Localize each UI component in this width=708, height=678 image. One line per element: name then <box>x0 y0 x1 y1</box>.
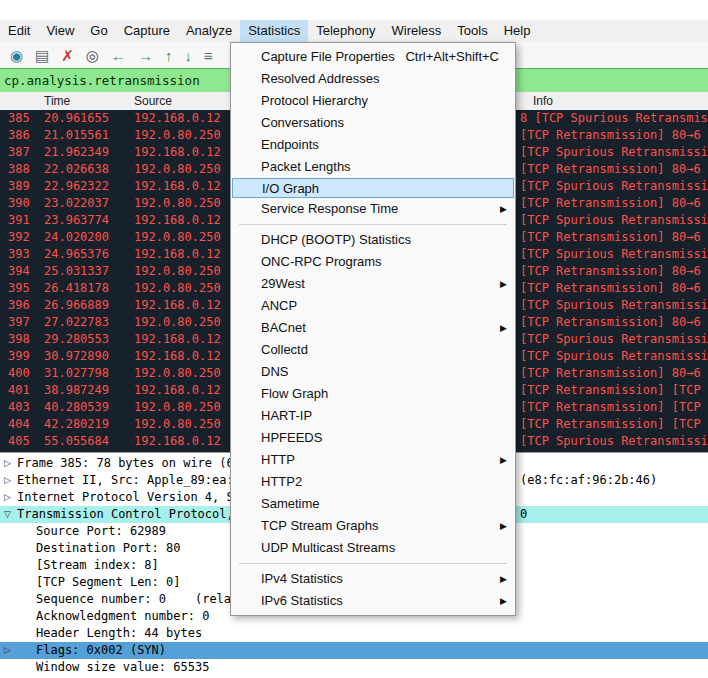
open-capture-icon[interactable]: ▤ <box>35 48 49 63</box>
packet-time: 27.022783 <box>44 314 109 331</box>
column-header-source[interactable]: Source <box>134 92 172 110</box>
menu-item-label: I/O Graph <box>262 181 319 196</box>
column-header-info[interactable]: Info <box>533 92 553 110</box>
menu-item-29west[interactable]: 29West▶ <box>231 273 515 295</box>
detail-line[interactable]: Window size value: 65535 <box>0 659 708 676</box>
menubar-item-capture[interactable]: Capture <box>116 20 178 42</box>
packet-no: 390 <box>8 195 30 212</box>
capture-options-icon[interactable]: ◉ <box>10 48 23 63</box>
menubar-item-telephony[interactable]: Telephony <box>308 20 383 42</box>
statistics-menu: Capture File PropertiesCtrl+Alt+Shift+CR… <box>230 42 516 616</box>
packet-time: 38.987249 <box>44 382 109 399</box>
detail-text: Internet Protocol Version 4, Src: <box>17 489 263 506</box>
packet-info: [TCP Retransmission] [TCP <box>520 382 708 399</box>
menu-item-packet-lengths[interactable]: Packet Lengths <box>231 156 515 178</box>
detail-line[interactable]: ▷Flags: 0x002 (SYN) <box>0 642 708 659</box>
find-packet-icon[interactable]: ◎ <box>86 48 99 63</box>
packet-source: 192.168.0.12 <box>134 212 221 229</box>
close-capture-icon[interactable]: ✗ <box>61 48 74 63</box>
packet-info: [TCP Retransmission] 80→6 <box>520 280 708 297</box>
menu-item-label: IPv4 Statistics <box>261 571 343 586</box>
expand-closed-icon[interactable]: ▷ <box>4 489 11 506</box>
menu-item-ancp[interactable]: ANCP <box>231 295 515 317</box>
packet-no: 399 <box>8 348 30 365</box>
menu-item-endpoints[interactable]: Endpoints <box>231 134 515 156</box>
packet-no: 405 <box>8 433 30 450</box>
packet-info: [TCP Retransmission] 80→6 <box>520 195 708 212</box>
menu-item-label: TCP Stream Graphs <box>261 518 379 533</box>
menubar-item-view[interactable]: View <box>38 20 82 42</box>
menu-item-http[interactable]: HTTP▶ <box>231 449 515 471</box>
go-top-icon[interactable]: ↑ <box>165 48 173 63</box>
menu-item-label: ONC-RPC Programs <box>261 254 382 269</box>
menu-item-hpfeeds[interactable]: HPFEEDS <box>231 427 515 449</box>
expand-closed-icon[interactable]: ▷ <box>4 455 11 472</box>
menu-item-dhcp-bootp-statistics[interactable]: DHCP (BOOTP) Statistics <box>231 229 515 251</box>
menu-item-dns[interactable]: DNS <box>231 361 515 383</box>
expand-closed-icon[interactable]: ▷ <box>4 642 11 659</box>
menu-item-conversations[interactable]: Conversations <box>231 112 515 134</box>
menu-item-onc-rpc-programs[interactable]: ONC-RPC Programs <box>231 251 515 273</box>
go-back-icon[interactable]: ← <box>111 48 126 63</box>
detail-text: [Stream index: 8] <box>36 557 159 574</box>
submenu-arrow-icon: ▶ <box>500 515 507 537</box>
menu-item-hart-ip[interactable]: HART-IP <box>231 405 515 427</box>
menubar-item-analyze[interactable]: Analyze <box>178 20 240 42</box>
menu-item-bacnet[interactable]: BACnet▶ <box>231 317 515 339</box>
packet-info: [TCP Retransmission] 80→6 <box>520 314 708 331</box>
menu-item-label: Conversations <box>261 115 344 130</box>
packet-source: 192.168.0.12 <box>134 110 221 127</box>
submenu-arrow-icon: ▶ <box>500 449 507 471</box>
menu-item-label: HTTP2 <box>261 474 302 489</box>
menu-item-label: Resolved Addresses <box>261 71 380 86</box>
detail-text: Sequence number: 0 (relative <box>36 591 260 608</box>
packet-info: 8 [TCP Spurious Retransmissi <box>520 110 708 127</box>
auto-scroll-icon[interactable]: ≡ <box>204 48 213 63</box>
menubar-item-wireless[interactable]: Wireless <box>384 20 450 42</box>
detail-text: Flags: 0x002 (SYN) <box>36 642 166 659</box>
menu-item-capture-file-properties[interactable]: Capture File PropertiesCtrl+Alt+Shift+C <box>231 46 515 68</box>
menubar-item-tools[interactable]: Tools <box>449 20 495 42</box>
packet-source: 192.168.0.12 <box>134 348 221 365</box>
menubar-item-statistics[interactable]: Statistics <box>240 20 308 42</box>
packet-time: 23.963774 <box>44 212 109 229</box>
menu-separator <box>239 563 507 564</box>
expand-open-icon[interactable]: ▽ <box>4 506 11 523</box>
packet-source: 192.168.0.12 <box>134 144 221 161</box>
menu-item-service-response-time[interactable]: Service Response Time▶ <box>231 198 515 220</box>
menubar-item-help[interactable]: Help <box>496 20 539 42</box>
display-filter-input[interactable]: cp.analysis.retransmission <box>4 73 200 88</box>
menu-item-label: Protocol Hierarchy <box>261 93 368 108</box>
menu-item-tcp-stream-graphs[interactable]: TCP Stream Graphs▶ <box>231 515 515 537</box>
go-forward-icon[interactable]: → <box>138 48 153 63</box>
menu-item-http2[interactable]: HTTP2 <box>231 471 515 493</box>
packet-time: 29.280553 <box>44 331 109 348</box>
menu-item-ipv4-statistics[interactable]: IPv4 Statistics▶ <box>231 568 515 590</box>
packet-no: 387 <box>8 144 30 161</box>
detail-text: Acknowledgment number: 0 <box>36 608 209 625</box>
packet-time: 55.055684 <box>44 433 109 450</box>
detail-text: Destination Port: 80 <box>36 540 181 557</box>
menu-item-i-o-graph[interactable]: I/O Graph <box>232 178 514 198</box>
packet-info: [TCP Spurious Retransmissi <box>520 433 708 450</box>
menu-item-resolved-addresses[interactable]: Resolved Addresses <box>231 68 515 90</box>
column-header-time[interactable]: Time <box>44 92 70 110</box>
menu-item-sametime[interactable]: Sametime <box>231 493 515 515</box>
detail-line[interactable]: Header Length: 44 bytes <box>0 625 708 642</box>
packet-source: 192.0.80.250 <box>134 314 221 331</box>
menu-item-flow-graph[interactable]: Flow Graph <box>231 383 515 405</box>
detail-text-right: (e8:fc:af:96:2b:46) <box>520 472 657 489</box>
menubar-item-go[interactable]: Go <box>82 20 115 42</box>
menubar: EditViewGoCaptureAnalyzeStatisticsTeleph… <box>0 20 708 42</box>
menu-item-udp-multicast-streams[interactable]: UDP Multicast Streams <box>231 537 515 559</box>
submenu-arrow-icon: ▶ <box>500 317 507 339</box>
expand-closed-icon[interactable]: ▷ <box>4 472 11 489</box>
menu-item-protocol-hierarchy[interactable]: Protocol Hierarchy <box>231 90 515 112</box>
detail-text: Source Port: 62989 <box>36 523 166 540</box>
menu-item-ipv6-statistics[interactable]: IPv6 Statistics▶ <box>231 590 515 612</box>
go-bottom-icon[interactable]: ↓ <box>184 48 192 63</box>
packet-time: 21.962349 <box>44 144 109 161</box>
packet-no: 391 <box>8 212 30 229</box>
menu-item-collectd[interactable]: Collectd <box>231 339 515 361</box>
menubar-item-edit[interactable]: Edit <box>0 20 38 42</box>
